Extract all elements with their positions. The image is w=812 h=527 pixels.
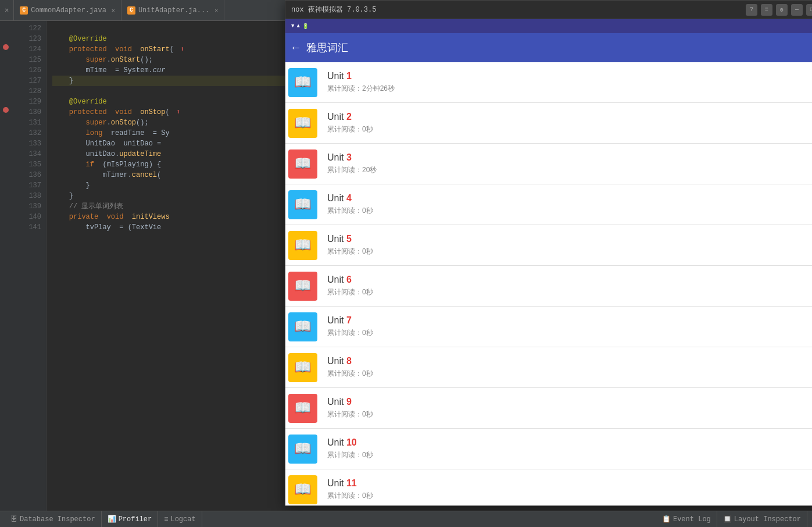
book-icon-1: 📖 bbox=[294, 74, 312, 91]
unit-info-4: Unit 4 累计阅读：0秒 bbox=[320, 193, 812, 216]
book-icon-7: 📖 bbox=[294, 318, 312, 335]
unit-name-7: Unit 7 bbox=[327, 315, 812, 326]
unit-time-3: 累计阅读：20秒 bbox=[327, 165, 812, 175]
sy-class: Sy bbox=[161, 129, 169, 137]
emu-settings-btn[interactable]: ⚙ bbox=[776, 4, 788, 16]
unitdao-var: unitDao bbox=[123, 140, 152, 148]
bp-139 bbox=[0, 199, 12, 209]
emu-minimize-btn[interactable]: — bbox=[791, 4, 803, 16]
unit-icon-10: 📖 bbox=[285, 429, 320, 469]
unit-num-7: 7 bbox=[346, 315, 352, 325]
kw-protected-2: protected bbox=[69, 108, 107, 116]
back-button[interactable]: ← bbox=[292, 41, 299, 55]
unit-item-7[interactable]: 📖 Unit 7 累计阅读：0秒 bbox=[285, 307, 812, 347]
unit-item-1[interactable]: 📖 Unit 1 累计阅读：2分钟26秒 bbox=[285, 62, 812, 103]
bp-123 bbox=[0, 31, 12, 42]
emu-menu-btn[interactable]: ≡ bbox=[761, 4, 772, 16]
unit-icon-inner-11: 📖 bbox=[288, 475, 317, 504]
unit-item-5[interactable]: 📖 Unit 5 累计阅读：0秒 bbox=[285, 225, 812, 266]
status-layout-inspector[interactable]: 🔲 Layout Inspector bbox=[717, 511, 807, 528]
unit-item-11[interactable]: 📖 Unit 11 累计阅读：0秒 bbox=[285, 469, 812, 505]
status-profiler[interactable]: 📊 Profiler bbox=[102, 511, 159, 528]
annotation-override-2: @Override bbox=[69, 98, 107, 106]
unit-num-3: 3 bbox=[346, 152, 352, 162]
unit-item-3[interactable]: 📖 Unit 3 累计阅读：20秒 bbox=[285, 144, 812, 184]
bp-132 bbox=[0, 126, 12, 136]
status-logcat[interactable]: ≡ Logcat bbox=[158, 511, 202, 528]
status-db-inspector[interactable]: 🗄 Database Inspector bbox=[5, 511, 102, 528]
emu-maximize-btn[interactable]: □ bbox=[806, 4, 812, 16]
kw-super-1: super bbox=[86, 56, 107, 64]
tab-close-common[interactable]: ✕ bbox=[112, 7, 115, 14]
unit-icon-8: 📖 bbox=[285, 347, 320, 388]
line-numbers: 122 123 124 125 126 127 128 129 130 131 … bbox=[12, 21, 46, 511]
unit-time-11: 累计阅读：0秒 bbox=[327, 491, 812, 501]
ln-125: 125 bbox=[12, 55, 41, 65]
tab-label-unit: UnitAdapter.ja... bbox=[138, 6, 209, 15]
ln-140: 140 bbox=[12, 212, 41, 222]
unit-list[interactable]: 📖 Unit 1 累计阅读：2分钟26秒 📖 U bbox=[285, 62, 812, 505]
unit-name-11: Unit 11 bbox=[327, 478, 812, 489]
tab-common-adapter[interactable]: C CommonAdapter.java ✕ bbox=[14, 0, 121, 21]
ln-138: 138 bbox=[12, 191, 41, 201]
emulator-title-bar: nox 夜神模拟器 7.0.3.5 ? ≡ ⚙ — □ ✕ bbox=[285, 1, 812, 19]
unit-item-9[interactable]: 📖 Unit 9 累计阅读：0秒 bbox=[285, 388, 812, 429]
unit-icon-inner-2: 📖 bbox=[288, 109, 317, 138]
db-inspector-icon: 🗄 bbox=[10, 515, 17, 524]
ln-127: 127 bbox=[12, 76, 41, 86]
bp-130[interactable] bbox=[0, 105, 12, 115]
cur-method: cur bbox=[153, 66, 166, 74]
unit-info-2: Unit 2 累计阅读：0秒 bbox=[320, 112, 812, 134]
profiler-label: Profiler bbox=[119, 515, 152, 524]
logcat-label: Logcat bbox=[170, 515, 195, 524]
unit-item-10[interactable]: 📖 Unit 10 累计阅读：0秒 bbox=[285, 429, 812, 469]
tab-unit-adapter[interactable]: C UnitAdapter.ja... ✕ bbox=[121, 0, 224, 21]
unit-icon-9: 📖 bbox=[285, 388, 320, 429]
fn-onstop-call: onStop bbox=[111, 119, 136, 127]
tab-icon-common: C bbox=[20, 6, 28, 15]
tab-icon-unit: C bbox=[127, 6, 135, 15]
unit-num-9: 9 bbox=[346, 397, 352, 407]
unit-item-4[interactable]: 📖 Unit 4 累计阅读：0秒 bbox=[285, 184, 812, 225]
onstart-paren: ( bbox=[170, 45, 174, 54]
kw-super-2: super bbox=[86, 119, 107, 127]
emulator-controls: ? ≡ ⚙ — □ ✕ bbox=[746, 4, 812, 16]
kw-void-1: void bbox=[115, 45, 132, 54]
book-icon-9: 📖 bbox=[294, 400, 312, 416]
unit-num-6: 6 bbox=[346, 275, 352, 284]
wifi-icon: ▼ bbox=[291, 23, 294, 29]
system-class: System bbox=[123, 66, 148, 74]
unit-item-2[interactable]: 📖 Unit 2 累计阅读：0秒 bbox=[285, 103, 812, 144]
unit-info-10: Unit 10 累计阅读：0秒 bbox=[320, 437, 812, 460]
emu-help-btn[interactable]: ? bbox=[746, 4, 757, 16]
unit-info-3: Unit 3 累计阅读：20秒 bbox=[320, 152, 812, 175]
book-icon-8: 📖 bbox=[294, 359, 312, 376]
profiler-icon: 📊 bbox=[108, 515, 116, 524]
unit-item-6[interactable]: 📖 Unit 6 累计阅读：0秒 bbox=[285, 266, 812, 307]
kw-long: long bbox=[86, 129, 103, 137]
annotation-override-1: @Override bbox=[69, 35, 107, 43]
unit-info-11: Unit 11 累计阅读：0秒 bbox=[320, 478, 812, 501]
unit-icon-3: 📖 bbox=[285, 144, 320, 184]
fn-onstop: onStop bbox=[140, 108, 165, 116]
bp-141 bbox=[0, 220, 12, 230]
bp-124[interactable] bbox=[0, 42, 12, 52]
layout-inspector-icon: 🔲 bbox=[723, 515, 732, 524]
kw-void-2: void bbox=[115, 108, 132, 116]
breakpoint-area bbox=[0, 21, 12, 511]
bp-133 bbox=[0, 136, 12, 147]
tab-close-unit[interactable]: ✕ bbox=[214, 7, 218, 14]
unit-num-8: 8 bbox=[346, 356, 352, 366]
unit-num-11: 11 bbox=[346, 478, 357, 488]
unit-icon-1: 📖 bbox=[285, 62, 320, 103]
battery-icon: 🔋 bbox=[302, 23, 309, 30]
bp-135 bbox=[0, 157, 12, 168]
tab-close-x[interactable]: ✕ bbox=[0, 0, 14, 21]
ln-128: 128 bbox=[12, 86, 41, 97]
textview-type: TextVie bbox=[132, 223, 161, 232]
event-log-icon: 📋 bbox=[662, 515, 671, 524]
unit-item-8[interactable]: 📖 Unit 8 累计阅读：0秒 bbox=[285, 347, 812, 388]
bp-122 bbox=[0, 21, 12, 31]
status-event-log[interactable]: 📋 Event Log bbox=[656, 511, 717, 528]
book-icon-3: 📖 bbox=[294, 155, 312, 172]
